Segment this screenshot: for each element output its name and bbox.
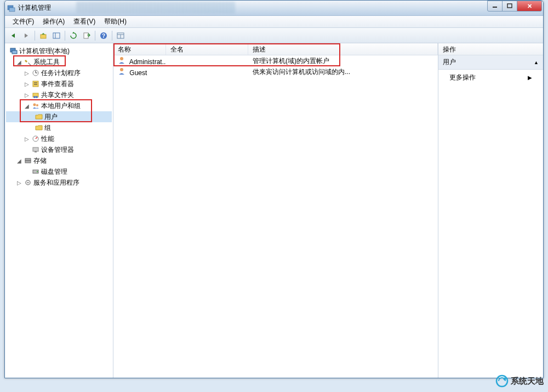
tree-panel[interactable]: 计算机管理(本地) ◢ 系统工具 ▷ 任务计划程序 ▷ 事件查看器 ▷ 共享文件… bbox=[5, 43, 113, 378]
svg-point-37 bbox=[120, 68, 123, 71]
tree-label: 性能 bbox=[41, 134, 54, 144]
menu-file[interactable]: 文件(F) bbox=[8, 16, 38, 27]
svg-rect-1 bbox=[9, 8, 15, 12]
tree-groups[interactable]: 组 bbox=[6, 122, 112, 133]
list-row-guest[interactable]: Guest 供来宾访问计算机或访问域的内... bbox=[113, 66, 438, 77]
toolbar-separator bbox=[95, 31, 95, 41]
blurred-background-app bbox=[76, 2, 235, 14]
col-fullname[interactable]: 全名 bbox=[166, 43, 248, 55]
svg-text:?: ? bbox=[102, 33, 105, 39]
show-hide-tree-button[interactable] bbox=[50, 30, 62, 42]
svg-rect-3 bbox=[507, 4, 512, 8]
toolbar-separator bbox=[112, 31, 112, 41]
menu-view[interactable]: 查看(V) bbox=[69, 16, 100, 27]
toolbar-separator bbox=[65, 31, 65, 41]
help-button[interactable]: ? bbox=[98, 30, 110, 42]
expander-icon[interactable]: ▷ bbox=[16, 180, 22, 186]
tree-label: 计算机管理(本地) bbox=[19, 47, 70, 56]
expander-icon[interactable]: ▷ bbox=[24, 81, 30, 87]
shared-folder-icon bbox=[31, 90, 40, 99]
expander-icon[interactable]: ◢ bbox=[16, 158, 22, 164]
expander-icon[interactable]: ▷ bbox=[24, 92, 30, 98]
event-icon bbox=[31, 79, 40, 88]
back-button[interactable] bbox=[7, 30, 19, 42]
menu-help[interactable]: 帮助(H) bbox=[100, 16, 131, 27]
folder-icon bbox=[35, 123, 43, 132]
tree-task-scheduler[interactable]: ▷ 任务计划程序 bbox=[6, 67, 112, 78]
users-icon bbox=[31, 101, 40, 110]
svg-rect-31 bbox=[25, 161, 31, 163]
cell-name: Administrat... bbox=[129, 58, 166, 66]
expander-icon[interactable]: ◢ bbox=[24, 103, 30, 109]
user-icon bbox=[118, 56, 127, 64]
titlebar[interactable]: 计算机管理 ✕ bbox=[5, 1, 543, 16]
tree-label: 设备管理器 bbox=[41, 145, 74, 155]
expander-icon[interactable]: ▷ bbox=[24, 70, 30, 76]
clock-icon bbox=[31, 69, 40, 77]
forward-button[interactable] bbox=[20, 30, 32, 42]
close-button[interactable]: ✕ bbox=[517, 1, 542, 12]
computer-management-window: 计算机管理 ✕ 文件(F) 操作(A) 查看(V) 帮助(H) ? 计算机管理 bbox=[4, 0, 544, 378]
list-row-administrator[interactable]: Administrat... 管理计算机(域)的内置帐户 bbox=[113, 55, 438, 66]
action-group-users[interactable]: 用户 ▲ bbox=[438, 55, 543, 70]
minimize-button[interactable] bbox=[487, 1, 503, 12]
tree-label: 系统工具 bbox=[33, 58, 60, 67]
tree-system-tools[interactable]: ◢ 系统工具 bbox=[6, 56, 112, 67]
svg-line-27 bbox=[36, 137, 37, 139]
tree-label: 磁盘管理 bbox=[41, 167, 67, 177]
tree-label: 服务和应用程序 bbox=[33, 178, 79, 188]
svg-point-35 bbox=[27, 182, 29, 184]
export-button[interactable] bbox=[81, 30, 93, 42]
menu-action[interactable]: 操作(A) bbox=[38, 16, 69, 27]
up-button[interactable] bbox=[37, 30, 49, 42]
svg-rect-29 bbox=[35, 151, 37, 152]
tree-shared-folders[interactable]: ▷ 共享文件夹 bbox=[6, 89, 112, 100]
services-icon bbox=[24, 178, 32, 187]
tree-users[interactable]: 用户 bbox=[6, 111, 112, 122]
svg-rect-14 bbox=[12, 50, 17, 54]
svg-rect-4 bbox=[41, 35, 46, 38]
properties-button[interactable] bbox=[115, 30, 127, 42]
computer-icon bbox=[9, 47, 18, 55]
tree-local-users-groups[interactable]: ◢ 本地用户和组 bbox=[6, 100, 112, 111]
toolbar: ? bbox=[5, 28, 543, 43]
svg-point-36 bbox=[120, 57, 123, 60]
cell-description: 供来宾访问计算机或访问域的内... bbox=[248, 67, 438, 77]
tree-root[interactable]: 计算机管理(本地) bbox=[6, 46, 112, 56]
menubar: 文件(F) 操作(A) 查看(V) 帮助(H) bbox=[5, 16, 543, 28]
maximize-button[interactable] bbox=[502, 1, 517, 12]
folder-icon bbox=[35, 112, 43, 121]
refresh-button[interactable] bbox=[67, 30, 79, 42]
expander-icon[interactable]: ◢ bbox=[16, 59, 22, 65]
disk-icon bbox=[31, 167, 40, 176]
tree-services-apps[interactable]: ▷ 服务和应用程序 bbox=[6, 177, 112, 188]
list-body[interactable]: Administrat... 管理计算机(域)的内置帐户 Guest 供来宾访问… bbox=[113, 55, 438, 378]
expander-icon[interactable]: ▷ bbox=[24, 136, 30, 142]
tree-performance[interactable]: ▷ 性能 bbox=[6, 133, 112, 144]
tree-event-viewer[interactable]: ▷ 事件查看器 bbox=[6, 78, 112, 89]
action-header: 操作 bbox=[438, 43, 543, 55]
tree-device-manager[interactable]: 设备管理器 bbox=[6, 144, 112, 155]
col-description[interactable]: 描述 bbox=[248, 43, 438, 55]
tools-icon bbox=[24, 58, 32, 66]
action-group-label: 用户 bbox=[443, 58, 456, 67]
watermark: 系统天地 bbox=[495, 374, 544, 388]
cell-name: Guest bbox=[129, 69, 147, 77]
chevron-right-icon: ▶ bbox=[528, 75, 532, 81]
tree-label: 本地用户和组 bbox=[41, 101, 81, 111]
tree-storage[interactable]: ◢ 存储 bbox=[6, 155, 112, 166]
tree-label: 组 bbox=[44, 123, 51, 133]
app-icon bbox=[7, 4, 16, 13]
svg-rect-7 bbox=[84, 33, 88, 38]
action-item-label: 更多操作 bbox=[449, 73, 476, 82]
list-header: 名称 全名 描述 bbox=[113, 43, 438, 55]
tree-disk-management[interactable]: 磁盘管理 bbox=[6, 166, 112, 177]
svg-point-25 bbox=[36, 104, 38, 106]
svg-rect-30 bbox=[25, 158, 31, 161]
performance-icon bbox=[31, 134, 40, 143]
tree-label: 任务计划程序 bbox=[41, 69, 81, 78]
collapse-icon[interactable]: ▲ bbox=[534, 60, 539, 65]
device-icon bbox=[31, 145, 40, 154]
col-name[interactable]: 名称 bbox=[113, 43, 166, 55]
action-more-operations[interactable]: 更多操作 ▶ bbox=[438, 70, 543, 86]
